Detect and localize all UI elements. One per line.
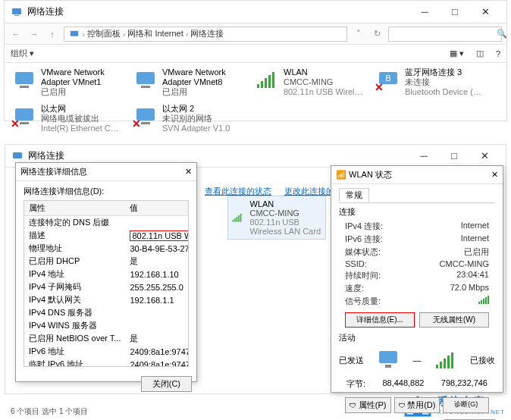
window-title-2: 网络连接 — [28, 149, 409, 162]
col-property: 属性 — [24, 201, 125, 216]
adapter-name: 蓝牙网络连接 3 — [405, 67, 485, 77]
status-row: IPv6 连接:Internet — [339, 233, 495, 246]
close-button[interactable]: ✕ — [469, 146, 500, 167]
svg-rect-2 — [71, 30, 79, 36]
details-button[interactable]: 详细信息(E)... — [345, 312, 415, 328]
close-icon[interactable]: ✕ — [185, 167, 192, 177]
svg-text:B: B — [385, 74, 390, 83]
search-icon: 🔍 — [497, 29, 507, 39]
tab-general[interactable]: 常规 — [339, 188, 369, 202]
val-cell: 255.255.255.0 — [125, 281, 189, 293]
val-cell — [125, 306, 189, 319]
sent-label: 已发送 — [339, 355, 364, 366]
dropdown-icon[interactable]: ˅ — [352, 27, 365, 41]
table-row[interactable]: 临时 IPv6 地址2409:8a1e:9747:d510:b067:29d7:… — [24, 358, 189, 367]
close-button[interactable]: 关闭(C) — [141, 376, 192, 392]
table-row[interactable]: 连接特定的 DNS 后缀 — [24, 216, 189, 230]
prop-cell: 描述 — [24, 229, 125, 242]
adapter-item[interactable]: WLAN CMCC-MING 802.11n USB Wireless LAN … — [253, 66, 365, 99]
svg-rect-5 — [136, 72, 155, 84]
table-row[interactable]: IPv4 地址192.168.1.10 — [24, 268, 189, 281]
minimize-button[interactable]: ─ — [409, 2, 440, 23]
prop-cell: IPv4 子网掩码 — [24, 281, 125, 293]
search-input[interactable] — [392, 30, 497, 39]
adapter-item[interactable]: ✕ 以太网 网络电缆被拔出 Intel(R) Ethernet Connecti… — [11, 102, 123, 136]
network-connections-window: 网络连接 ─ □ ✕ ← → ↑ › 控制面板 › 网络和 Internet ›… — [4, 0, 507, 121]
dialog-title: WLAN 状态 — [349, 170, 392, 179]
minimize-button[interactable]: ─ — [409, 146, 439, 167]
view-button[interactable]: ▦ ▾ — [450, 49, 464, 58]
table-row[interactable]: 描述802.11n USB Wireless LAN Card — [24, 229, 189, 242]
svg-rect-27 — [440, 362, 442, 368]
diagnose-button[interactable]: 诊断(G) — [443, 397, 489, 413]
window-title: 网络连接 — [27, 5, 409, 18]
table-row[interactable]: IPv4 子网掩码255.255.255.0 — [24, 281, 189, 293]
breadcrumb[interactable]: › 控制面板 › 网络和 Internet › 网络连接 — [64, 27, 347, 42]
net-icon — [133, 67, 158, 92]
table-row[interactable]: 已启用 NetBIOS over T...是 — [24, 332, 189, 345]
forward-button[interactable]: → — [27, 27, 41, 41]
wlan-adapter-selected[interactable]: WLAN CMCC-MING 802.11n USB Wireless LAN … — [227, 196, 326, 240]
up-button[interactable]: ↑ — [45, 27, 59, 41]
row-value: Internet — [461, 234, 489, 245]
maximize-button[interactable]: □ — [440, 2, 470, 23]
dialog-titlebar: 网络连接详细信息 ✕ — [16, 163, 196, 181]
table-row[interactable]: IPv4 DNS 服务器 — [24, 306, 189, 319]
svg-rect-21 — [237, 217, 238, 222]
svg-rect-4 — [20, 86, 29, 88]
help-button[interactable]: ? — [496, 49, 500, 58]
adapter-item[interactable]: ✕ 以太网 2 未识别的网络 SVN Adapter V1.0 — [132, 102, 244, 136]
adapter-item[interactable]: B✕ 蓝牙网络连接 3 未连接 Bluetooth Device (Person… — [375, 66, 487, 99]
connection-details-dialog: 网络连接详细信息 ✕ 网络连接详细信息(D): 属性 值 连接特定的 DNS 后… — [15, 162, 197, 382]
table-row[interactable]: 已启用 DHCP是 — [24, 255, 189, 268]
adapter-item[interactable]: VMware Network Adapter VMnet8 已启用 — [132, 66, 244, 99]
prop-cell: 已启用 NetBIOS over T... — [24, 332, 125, 345]
maximize-button[interactable]: □ — [439, 146, 469, 167]
details-label: 网络连接详细信息(D): — [24, 186, 189, 197]
disable-button[interactable]: 🛡 禁用(D) — [394, 397, 440, 413]
svg-rect-26 — [436, 365, 438, 368]
adapter-desc: Bluetooth Device (Personal Ar... — [405, 87, 485, 97]
val-cell: 802.11n USB Wireless LAN Card — [125, 229, 189, 242]
properties-button[interactable]: 🛡 属性(P) — [345, 397, 391, 413]
close-icon[interactable]: ✕ — [491, 170, 498, 180]
wifi-icon — [231, 207, 244, 228]
preview-button[interactable]: ◫ — [476, 49, 484, 58]
net-icon: ✕ — [133, 104, 158, 128]
close-button[interactable]: ✕ — [470, 2, 500, 23]
organize-button[interactable]: 组织 ▾ — [11, 48, 34, 59]
back-button[interactable]: ← — [9, 27, 23, 41]
row-value: 72.0 Mbps — [450, 283, 489, 294]
val-cell — [125, 216, 189, 230]
signal-bars-icon — [478, 296, 489, 304]
search-box[interactable]: 🔍 — [388, 27, 502, 42]
table-row[interactable]: IPv6 地址2409:8a1e:9747:d510:39e2:ec25:a47… — [24, 345, 189, 358]
section-activity: 活动 — [339, 332, 495, 343]
svg-rect-19 — [233, 220, 234, 222]
titlebar: 网络连接 ─ □ ✕ — [5, 1, 506, 24]
row-key: IPv6 连接: — [345, 234, 383, 245]
recv-label: 已接收 — [470, 355, 495, 366]
refresh-button[interactable]: ↻ — [370, 27, 384, 41]
adapter-desc: SVN Adapter V1.0 — [162, 124, 230, 133]
table-row[interactable]: 物理地址30-B4-9E-53-27-FF — [24, 242, 189, 255]
table-row[interactable]: IPv4 默认网关192.168.1.1 — [24, 293, 189, 306]
table-row[interactable]: IPv4 WINS 服务器 — [24, 319, 189, 332]
dialog-titlebar: 📶 WLAN 状态 ✕ — [331, 166, 503, 184]
adapter-item[interactable]: VMware Network Adapter VMnet1 已启用 — [11, 66, 123, 99]
prop-cell: IPv4 DNS 服务器 — [24, 306, 125, 319]
details-table[interactable]: 属性 值 连接特定的 DNS 后缀描述802.11n USB Wireless … — [24, 200, 189, 367]
svg-rect-0 — [12, 8, 21, 14]
val-cell: 192.168.1.1 — [125, 293, 189, 306]
wireless-properties-button[interactable]: 无线属性(W) — [419, 312, 489, 328]
bytes-label: 字节: — [346, 378, 365, 390]
dash: — — [413, 356, 422, 365]
prop-cell: 物理地址 — [24, 242, 125, 255]
link-view-status[interactable]: 查看此连接的状态 — [205, 186, 271, 196]
net-icon — [12, 67, 36, 92]
crumb-network-connections[interactable]: 网络连接 — [190, 28, 224, 39]
crumb-network-internet[interactable]: 网络和 Internet — [127, 28, 183, 39]
prop-cell: IPv4 默认网关 — [24, 293, 125, 306]
adapter-desc: Intel(R) Ethernet Connection (2... — [41, 124, 121, 133]
crumb-control-panel[interactable]: 控制面板 — [87, 28, 121, 39]
